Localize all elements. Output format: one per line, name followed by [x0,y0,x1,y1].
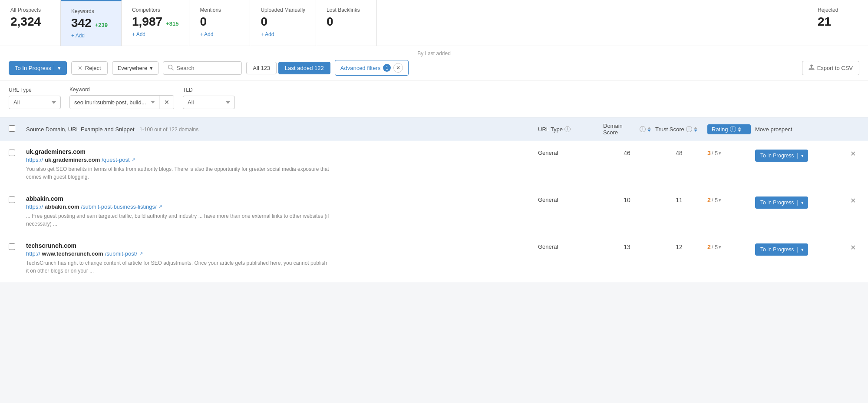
rating-info-icon[interactable]: i [730,126,736,132]
rating-chevron-3[interactable]: ▾ [719,244,721,250]
advanced-close-icon[interactable]: ✕ [393,63,403,73]
search-box[interactable] [163,61,242,75]
domain-name-2: abbakin.com [26,195,534,202]
col-count-label: 1-100 out of 122 domains [139,127,198,133]
row-checkbox-1[interactable] [9,150,15,156]
everywhere-dropdown[interactable]: Everywhere ▾ [112,61,159,75]
tld-filter: TLD All [183,87,235,109]
row-snippet-1: You also get SEO benefits in terms of li… [26,165,330,181]
move-button-3[interactable]: To In Progress ▾ [755,243,808,256]
stat-value-mentions: 0 [200,15,207,29]
reject-x-icon: ✕ [78,65,83,71]
stat-card-mentions[interactable]: Mentions 0 + Add [189,0,250,46]
row-ds-1: 46 [603,148,651,157]
last-added-label: Last added [285,65,313,71]
url-type-filter: URL Type All [9,87,61,109]
tld-label: TLD [183,87,235,93]
stat-card-keywords[interactable]: Keywords 342 +239 + Add [61,0,122,46]
urltype-info-icon[interactable]: i [564,126,571,132]
row-domain-1: uk.grademiners.com https://uk.grademiner… [26,148,534,181]
stats-bar: All Prospects 2,324 Keywords 342 +239 + … [0,0,868,46]
export-button[interactable]: Export to CSV [802,61,859,75]
external-link-icon-2: ↗ [158,204,162,210]
last-added-tab[interactable]: Last added 122 [278,62,330,74]
svg-line-1 [172,68,174,70]
prospects-table: Source Domain, URL Example and Snippet 1… [0,117,868,282]
action-button[interactable]: To In Progress ▾ [9,61,67,75]
stat-card-uploaded[interactable]: Uploaded Manually 0 + Add [250,0,316,46]
row-ts-2: 11 [655,195,703,203]
search-input[interactable] [176,65,237,71]
move-btn-chevron-2[interactable]: ▾ [797,200,804,206]
url-type-select[interactable]: All [9,96,61,109]
move-btn-label-1: To In Progress [759,153,797,159]
stat-label-rejected: Rejected [818,7,858,13]
stat-card-all-prospects[interactable]: All Prospects 2,324 [0,0,61,46]
advanced-filters-button[interactable]: Advanced filters 1 ✕ [335,60,409,76]
col-move-label: Move prospect [755,126,792,133]
rating-denom-2: / 5 [712,197,718,203]
move-button-2[interactable]: To In Progress ▾ [755,197,808,209]
domain-url-2[interactable]: https://abbakin.com/submit-post-business… [26,203,534,210]
stat-label-uploaded: Uploaded Manually [261,7,305,13]
domain-name-1: uk.grademiners.com [26,148,534,155]
stat-add-uploaded[interactable]: + Add [261,31,305,37]
domain-url-3[interactable]: http://www.techscrunch.com/submit-post/ … [26,250,534,257]
move-btn-label-2: To In Progress [759,200,797,206]
col-urltype-label: URL Type [538,126,563,133]
keyword-input-group: seo inurl:submit-post, build... ✕ [69,95,174,109]
row-checkbox-2[interactable] [9,197,15,203]
all-tab[interactable]: All 123 [246,62,277,74]
action-chevron-icon[interactable]: ▾ [54,65,61,71]
move-btn-chevron-3[interactable]: ▾ [797,247,804,253]
stat-card-lost[interactable]: Lost Backlinks 0 [316,0,377,46]
domain-url-1[interactable]: https://uk.grademiners.com/quest-post ↗ [26,157,534,163]
everywhere-chevron-icon: ▾ [150,65,153,71]
stat-delta-competitors: +815 [166,20,178,27]
col-domain-label: Source Domain, URL Example and Snippet [26,126,135,133]
ds-info-icon[interactable]: i [640,126,646,132]
filters-row: URL Type All Keyword seo inurl:submit-po… [0,80,868,117]
stat-value-competitors: 1,987 [132,15,162,29]
ts-info-icon[interactable]: i [686,126,692,132]
export-label: Export to CSV [817,65,853,71]
ds-sort-icon[interactable] [647,127,651,132]
stat-value-keywords: 342 [71,16,92,30]
row-urltype-2: General [538,195,599,203]
advanced-label: Advanced filters [340,65,381,71]
keyword-select[interactable]: seo inurl:submit-post, build... [70,96,159,109]
row-close-1[interactable]: ✕ [846,148,859,158]
move-button-1[interactable]: To In Progress ▾ [755,150,808,162]
stat-add-mentions[interactable]: + Add [200,31,239,37]
row-move-1: To In Progress ▾ [755,148,842,162]
advanced-count-badge: 1 [383,64,391,72]
action-button-label: To In Progress [15,65,51,71]
domain-name-3: techscrunch.com [26,242,534,249]
row-urltype-1: General [538,148,599,156]
stat-add-keywords[interactable]: + Add [71,33,111,39]
rating-sort-icon[interactable] [738,127,741,132]
row-snippet-2: ... Free guest posting and earn targeted… [26,212,330,228]
stat-add-competitors[interactable]: + Add [132,31,178,37]
move-btn-chevron-1[interactable]: ▾ [797,153,804,159]
row-ts-3: 12 [655,242,703,250]
ts-sort-icon[interactable] [694,127,697,132]
row-checkbox-3[interactable] [9,243,15,250]
stat-value-rejected: 21 [818,15,831,29]
tld-select[interactable]: All [183,96,235,109]
rating-chevron-2[interactable]: ▾ [719,197,721,203]
stat-card-competitors[interactable]: Competitors 1,987 +815 + Add [122,0,189,46]
rating-chevron-1[interactable]: ▾ [719,150,721,156]
stat-card-rejected[interactable]: Rejected 21 [807,0,868,46]
row-close-2[interactable]: ✕ [846,195,859,205]
search-icon [168,64,174,72]
select-all-checkbox[interactable] [9,125,15,132]
reject-button[interactable]: ✕ Reject [71,61,108,75]
keyword-clear-button[interactable]: ✕ [159,96,174,109]
row-close-3[interactable]: ✕ [846,242,859,252]
table-row-3: techscrunch.com http://www.techscrunch.c… [0,235,868,282]
row-ts-1: 48 [655,148,703,157]
rating-num-2: 2 [707,197,711,203]
external-link-icon-1: ↗ [132,157,135,163]
reject-label: Reject [85,65,101,71]
